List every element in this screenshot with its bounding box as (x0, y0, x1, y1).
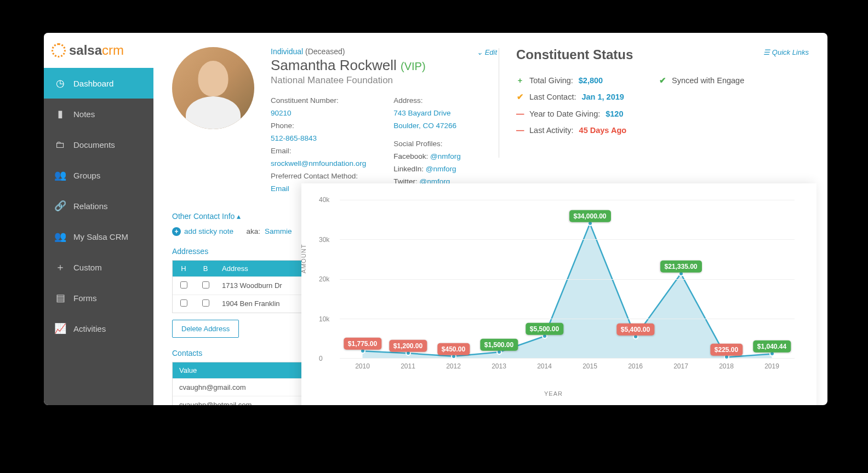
col-address: Address (216, 261, 303, 276)
y-axis-label: AMOUNT (300, 244, 307, 273)
legend-item[interactable]: Lapsed (675, 405, 709, 405)
aka-link[interactable]: Sammie (265, 227, 292, 235)
main-panel: ☰ Quick Links ⌄ Edit Individual (Decease… (153, 33, 827, 405)
x-tick: 2016 (628, 362, 643, 370)
chart-value-badge: $34,000.00 (569, 210, 610, 222)
edit-link[interactable]: ⌄ Edit (477, 48, 497, 56)
x-tick: 2015 (583, 362, 597, 370)
address-line2[interactable]: Boulder, CO 47266 (393, 120, 461, 132)
sidebar-item-notes[interactable]: ▮Notes (44, 99, 153, 129)
vertical-divider (499, 48, 499, 158)
gauge-icon: ◷ (55, 78, 66, 89)
y-tick: 30k (319, 236, 329, 244)
synced-row: ✔ Synced with Engage (659, 72, 744, 89)
plus-icon: + (516, 72, 524, 89)
chart-value-badge: $5,400.00 (616, 324, 654, 336)
business-checkbox[interactable] (202, 281, 209, 289)
phone-link[interactable]: 512-865-8843 (271, 132, 366, 145)
logo-text: salsacrm (69, 43, 124, 58)
x-axis-label: YEAR (307, 390, 800, 397)
sidebar-item-groups[interactable]: 👥Groups (44, 160, 153, 191)
x-tick: 2010 (355, 362, 370, 370)
minus-icon: — (516, 122, 524, 139)
home-checkbox[interactable] (180, 281, 187, 289)
constituent-number[interactable]: 90210 (271, 107, 366, 120)
business-checkbox[interactable] (202, 299, 209, 307)
facebook-link[interactable]: @nmforg (430, 152, 461, 160)
form-icon: ▤ (55, 292, 66, 303)
delete-address-button[interactable]: Delete Address (172, 320, 239, 338)
folder-icon: 🗀 (55, 139, 66, 150)
status-row: ✔ Last Contact: Jan 1, 2019 (516, 89, 659, 105)
note-icon: ▮ (55, 108, 66, 119)
legend-item[interactable]: Recaptured (437, 405, 484, 405)
nav-list: ◷Dashboard▮Notes🗀Documents👥Groups🔗Relati… (44, 68, 153, 344)
col-h: H (173, 261, 195, 276)
chart-legend: NewRecapturedDowngradedReturningUpgraded… (307, 405, 800, 405)
home-checkbox[interactable] (180, 299, 187, 307)
check-icon: ✔ (516, 89, 524, 105)
linkedin-link[interactable]: @nmforg (426, 165, 456, 173)
users-icon: 👥 (55, 170, 66, 181)
x-tick: 2012 (446, 362, 461, 370)
logo: salsacrm (44, 33, 153, 68)
sidebar-item-my-salsa-crm[interactable]: 👥My Salsa CRM (44, 221, 153, 252)
logo-icon (52, 43, 66, 57)
legend-item[interactable]: Returning (563, 405, 604, 405)
address-line1[interactable]: 743 Bayard Drive (393, 107, 461, 120)
users-icon: 👥 (55, 231, 66, 242)
minus-icon: — (516, 106, 524, 122)
sidebar-item-documents[interactable]: 🗀Documents (44, 129, 153, 160)
x-tick: 2019 (764, 362, 779, 370)
table-row: cvaughn@hotmail.com (173, 396, 303, 406)
y-tick: 0 (319, 355, 323, 362)
link-icon: 🔗 (55, 200, 66, 211)
y-tick: 40k (319, 196, 329, 204)
contacts-table: Value cvaughn@gmail.comcvaughn@hotmail.c… (172, 362, 304, 406)
sidebar-item-custom[interactable]: ＋Custom (44, 252, 153, 282)
sidebar-item-activities[interactable]: 📈Activities (44, 313, 153, 344)
sidebar-item-forms[interactable]: ▤Forms (44, 282, 153, 313)
table-row: 1713 Woodburn Dr (173, 276, 303, 295)
legend-item[interactable]: Downgraded (499, 405, 550, 405)
chart-value-badge: $1,775.00 (344, 338, 381, 350)
y-tick: 10k (319, 315, 329, 323)
info-col-right: Address: 743 Bayard Drive Boulder, CO 47… (393, 95, 461, 195)
chart-value-badge: $5,500.00 (526, 323, 563, 335)
status-title: Constituent Status (516, 47, 811, 62)
status-row: — Last Activity: 45 Days Ago (516, 122, 659, 139)
chart-value-badge: $1,200.00 (389, 340, 427, 352)
chart-value-badge: $225.00 (710, 344, 743, 356)
addresses-table: H B Address 1713 Woodburn Dr1904 Ben Fra… (172, 260, 304, 313)
x-tick: 2011 (401, 362, 415, 370)
info-col-left: Constituent Number: 90210 Phone: 512-865… (271, 95, 366, 195)
x-tick: 2017 (673, 362, 688, 370)
table-row: 1904 Ben Franklin (173, 295, 303, 313)
email-link[interactable]: srockwell@nmfoundation.org (271, 158, 366, 170)
app-window: salsacrm ◷Dashboard▮Notes🗀Documents👥Grou… (44, 33, 827, 405)
chart-value-badge: $21,335.00 (660, 261, 701, 273)
x-tick: 2018 (719, 362, 734, 370)
status-row: — Year to Date Giving: $120 (516, 106, 659, 122)
plus-icon: ＋ (55, 262, 66, 273)
chart-value-badge: $450.00 (437, 343, 470, 355)
status-panel: Constituent Status + Total Giving: $2,80… (516, 47, 811, 139)
chart-value-badge: $1,500.00 (480, 339, 518, 351)
legend-item[interactable]: Upgraded (619, 405, 661, 405)
chart-card: AMOUNT $1,775.002010$1,200.002011$450.00… (301, 183, 816, 405)
add-sticky-note[interactable]: +add sticky note (172, 227, 233, 236)
sidebar-item-dashboard[interactable]: ◷Dashboard (44, 68, 153, 99)
col-b: B (195, 261, 216, 276)
y-tick: 20k (319, 275, 329, 283)
sidebar-item-relations[interactable]: 🔗Relations (44, 191, 153, 221)
legend-item[interactable]: New (398, 405, 422, 405)
chart-icon: 📈 (55, 323, 66, 334)
plus-circle-icon: + (172, 227, 181, 236)
chart-value-badge: $1,040.44 (753, 341, 791, 353)
sidebar: salsacrm ◷Dashboard▮Notes🗀Documents👥Grou… (44, 33, 153, 405)
avatar (172, 47, 254, 129)
col-value: Value (173, 362, 303, 378)
table-row: cvaughn@gmail.com (173, 378, 303, 396)
chart-plot: $1,775.002010$1,200.002011$450.002012$1,… (340, 200, 795, 359)
chart-area: AMOUNT $1,775.002010$1,200.002011$450.00… (307, 194, 800, 375)
